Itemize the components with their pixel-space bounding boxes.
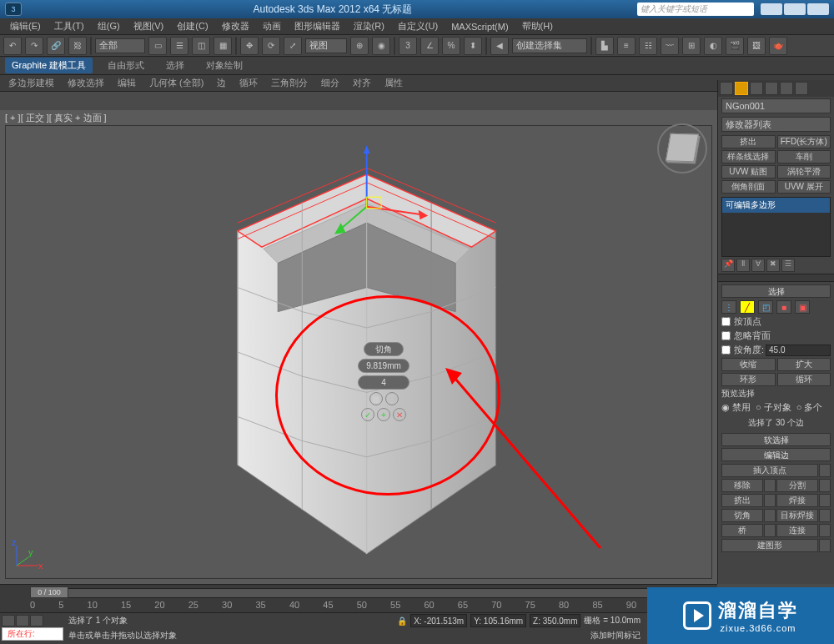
by-angle-spinner[interactable]: 45.0 — [766, 345, 831, 356]
caddy-cancel-button[interactable]: ✕ — [393, 408, 406, 421]
schematic-view-button[interactable]: ⊞ — [682, 37, 701, 55]
app-logo-icon[interactable]: 3 — [5, 3, 22, 16]
stack-entry-editable-poly[interactable]: 可编辑多边形 — [722, 198, 830, 213]
motion-tab-icon[interactable] — [765, 82, 778, 95]
macro-rec-button[interactable] — [30, 615, 43, 626]
bridge-button[interactable]: 桥 — [721, 524, 763, 537]
caddy-open-chamfer-button[interactable]: ▦ — [369, 392, 383, 405]
insert-vertex-settings-button[interactable] — [819, 464, 831, 477]
menu-group[interactable]: 组(G) — [91, 20, 127, 33]
menu-create[interactable]: 创建(C) — [170, 20, 214, 33]
ring-button[interactable]: 环形 — [721, 373, 776, 386]
insert-vertex-button[interactable]: 插入顶点 — [721, 464, 818, 477]
extrude-settings-button[interactable] — [764, 494, 776, 507]
spinner-snap-button[interactable]: ⬍ — [464, 37, 482, 55]
mod-bevelprofile-button[interactable]: 倒角剖面 — [721, 180, 776, 194]
subobj-element-button[interactable]: ▣ — [795, 300, 810, 314]
snap-toggle-button[interactable]: 3 — [399, 37, 417, 55]
curve-editor-button[interactable]: 〰 — [661, 37, 679, 55]
render-setup-button[interactable]: 🎬 — [726, 37, 744, 55]
unlink-button[interactable]: ⛓ — [68, 37, 87, 55]
show-end-result-button[interactable]: Ⅱ — [736, 259, 750, 272]
menu-edit[interactable]: 编辑(E) — [3, 20, 48, 33]
viewcube[interactable] — [662, 128, 702, 169]
select-object-button[interactable]: ▭ — [148, 37, 167, 55]
loop-button[interactable]: 循环 — [777, 373, 831, 386]
grow-button[interactable]: 扩大 — [777, 358, 831, 371]
split-settings-button[interactable] — [819, 479, 831, 492]
subobj-border-button[interactable]: ◰ — [758, 300, 773, 314]
ribbon-panel-props[interactable]: 属性 — [381, 77, 406, 89]
split-button[interactable]: 分割 — [776, 479, 818, 492]
display-tab-icon[interactable] — [780, 82, 793, 95]
preview-selection-radios[interactable]: ◉ 禁用 ○ 子对象 ○ 多个 — [721, 401, 831, 414]
maxscript-mini-button[interactable] — [2, 615, 15, 626]
connect-button[interactable]: 连接 — [776, 524, 818, 537]
caddy-title[interactable]: 切角 — [364, 342, 404, 356]
subobj-vertex-button[interactable]: ⋮ — [721, 300, 736, 314]
subobj-edge-button[interactable]: ╱ — [740, 300, 755, 314]
modify-tab-icon[interactable] — [735, 82, 748, 95]
caddy-apply-button[interactable]: + — [377, 408, 390, 421]
ribbon-tab-paint[interactable]: 对象绘制 — [199, 58, 249, 73]
named-selection-dropdown[interactable]: 创建选择集 — [512, 38, 587, 53]
subobj-polygon-button[interactable]: ■ — [776, 300, 791, 314]
mod-extrude-button[interactable]: 挤出 — [721, 135, 776, 148]
angle-snap-button[interactable]: ∠ — [420, 37, 439, 55]
layers-button[interactable]: ☷ — [639, 37, 657, 55]
menu-customize[interactable]: 自定义(U) — [391, 20, 445, 33]
mod-splinesel-button[interactable]: 样条线选择 — [721, 150, 776, 164]
mirror-button[interactable]: ▙ — [595, 37, 614, 55]
bridge-settings-button[interactable] — [764, 524, 776, 537]
coord-y-field[interactable]: Y: 105.16mm — [470, 614, 526, 627]
menu-rendering[interactable]: 渲染(R) — [347, 20, 391, 33]
remove-button[interactable]: 移除 — [721, 479, 763, 492]
time-slider-thumb[interactable]: 0 / 100 — [30, 586, 68, 598]
ribbon-panel-align[interactable]: 对齐 — [349, 77, 374, 89]
mod-lathe-button[interactable]: 车削 — [777, 150, 831, 164]
percent-snap-button[interactable]: % — [442, 37, 460, 55]
object-name-field[interactable]: NGon001 — [721, 98, 831, 113]
ribbon-panel-tri[interactable]: 三角剖分 — [268, 77, 311, 89]
manipulate-button[interactable]: ◉ — [372, 37, 390, 55]
ribbon-tab-graphite[interactable]: Graphite 建模工具 — [5, 58, 93, 73]
caddy-amount-input[interactable]: 9.819mm — [358, 359, 409, 373]
pin-stack-button[interactable]: 📌 — [721, 259, 735, 272]
configure-sets-button[interactable]: ☰ — [781, 259, 795, 272]
extrude-button[interactable]: 挤出 — [721, 494, 763, 507]
ribbon-panel-geom[interactable]: 几何体 (全部) — [146, 77, 207, 89]
pivot-button[interactable]: ⊕ — [350, 37, 369, 55]
ribbon-panel-loops[interactable]: 循环 — [236, 77, 261, 89]
menu-animation[interactable]: 动画 — [256, 20, 288, 33]
ribbon-panel-edit[interactable]: 编辑 — [114, 77, 139, 89]
connect-settings-button[interactable] — [819, 524, 831, 537]
create-tab-icon[interactable] — [720, 82, 733, 95]
time-slider[interactable]: 0 / 100 05101520253035404550556065707580… — [0, 584, 717, 612]
render-button[interactable]: 🫖 — [769, 37, 787, 55]
menu-views[interactable]: 视图(V) — [127, 20, 171, 33]
select-scale-button[interactable]: ⤢ — [284, 37, 302, 55]
weld-button[interactable]: 焊接 — [776, 494, 818, 507]
remove-modifier-button[interactable]: ✖ — [766, 259, 780, 272]
panel-divider[interactable] — [718, 274, 834, 282]
material-editor-button[interactable]: ◐ — [704, 37, 722, 55]
target-weld-settings-button[interactable] — [819, 509, 831, 522]
close-button[interactable] — [807, 3, 829, 15]
ribbon-tab-selection[interactable]: 选择 — [159, 58, 191, 73]
viewport-label[interactable]: [ + ][ 正交 ][ 真实 + 边面 ] — [5, 112, 107, 124]
render-frame-button[interactable]: 🖼 — [747, 37, 766, 55]
select-by-name-button[interactable]: ☰ — [170, 37, 188, 55]
modifier-list-dropdown[interactable]: 修改器列表 — [721, 117, 831, 132]
named-sel-prev-button[interactable]: ◀ — [490, 37, 509, 55]
make-unique-button[interactable]: ∀ — [751, 259, 765, 272]
shrink-button[interactable]: 收缩 — [721, 358, 776, 371]
mod-ffd-button[interactable]: FFD(长方体) — [777, 135, 831, 148]
mod-uvwmap-button[interactable]: UVW 贴图 — [721, 165, 776, 179]
prompt-line-label[interactable]: 所在行: — [2, 627, 63, 641]
add-time-tag-button[interactable]: 添加时间标记 — [590, 630, 641, 641]
ignore-backfacing-checkbox[interactable]: 忽略背面 — [721, 330, 831, 342]
mod-turbosmooth-button[interactable]: 涡轮平滑 — [777, 165, 831, 179]
lock-selection-button[interactable]: 🔒 — [397, 616, 407, 626]
remove-settings-button[interactable] — [764, 479, 776, 492]
utilities-tab-icon[interactable] — [795, 82, 808, 95]
